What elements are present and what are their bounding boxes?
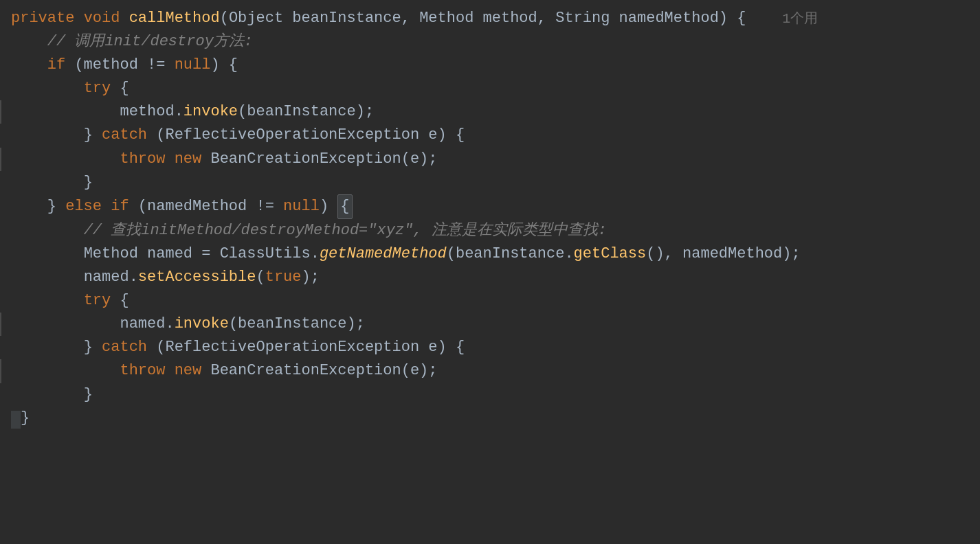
code-line-12: named. setAccessible ( true ); xyxy=(0,266,980,289)
code-line-11: Method named = ClassUtils . getNamedMeth… xyxy=(0,242,980,266)
keyword-if: if xyxy=(47,54,65,77)
code-line-18: } xyxy=(0,407,980,430)
keyword-null-2: null xyxy=(283,195,320,218)
keyword-null: null xyxy=(175,54,211,77)
code-line-3: if (method != null ) { xyxy=(0,54,980,77)
keyword-new-1: new xyxy=(175,148,202,171)
code-line-17: } xyxy=(0,383,980,407)
method-invoke-1: invoke xyxy=(183,100,238,124)
code-line-9: } else if (namedMethod != null ) { xyxy=(0,194,980,219)
code-line-4: try { xyxy=(0,77,980,100)
keyword-throw-2: throw xyxy=(120,359,165,383)
code-line-16: throw new BeanCreationException (e); xyxy=(0,359,980,383)
code-line-5: method. invoke (beanInstance); xyxy=(0,100,980,124)
code-line-6: } catch ( ReflectiveOperationException e… xyxy=(0,124,980,147)
code-line-10: // 查找initMethod/destroyMethod="xyz", 注意是… xyxy=(0,219,980,242)
method-setAccessible: setAccessible xyxy=(138,266,256,289)
usage-hint: 1个用 xyxy=(782,8,818,30)
code-line-15: } catch ( ReflectiveOperationException e… xyxy=(0,336,980,359)
cursor-brace: { xyxy=(337,194,352,219)
keyword-throw-1: throw xyxy=(120,148,165,171)
code-editor: private void callMethod ( Object beanIns… xyxy=(0,0,980,544)
keyword-if-2: if xyxy=(111,195,129,218)
keyword-try-2: try xyxy=(84,289,111,313)
method-getNamedMethod: getNamedMethod xyxy=(320,242,447,266)
keyword-else: else xyxy=(65,195,102,218)
keyword-void: void xyxy=(84,7,120,30)
comment-2: // 查找initMethod/destroyMethod="xyz", 注意是… xyxy=(84,219,607,242)
code-line-2: // 调用init/destroy方法: xyxy=(0,30,980,54)
method-callMethod: callMethod xyxy=(129,7,220,30)
code-line-8: } xyxy=(0,171,980,194)
keyword-new-2: new xyxy=(175,359,202,383)
comment-1: // 调用init/destroy方法: xyxy=(47,30,253,54)
method-getClass: getClass xyxy=(574,242,647,266)
keyword-try-1: try xyxy=(84,77,111,100)
code-line-7: throw new BeanCreationException (e); xyxy=(0,148,980,171)
code-line-1: private void callMethod ( Object beanIns… xyxy=(0,7,980,30)
cursor-indicator xyxy=(11,411,21,429)
code-line-14: named. invoke (beanInstance); xyxy=(0,313,980,336)
method-invoke-2: invoke xyxy=(175,313,229,336)
code-line-13: try { xyxy=(0,289,980,313)
keyword-catch-1: catch xyxy=(102,124,147,147)
keyword-true: true xyxy=(265,266,302,289)
keyword-private: private xyxy=(11,7,74,30)
keyword-catch-2: catch xyxy=(102,336,147,359)
